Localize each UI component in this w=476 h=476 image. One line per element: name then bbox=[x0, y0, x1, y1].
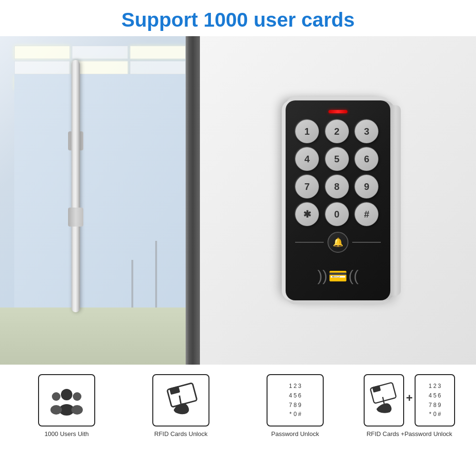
page-header: Support 1000 user cards bbox=[0, 0, 476, 36]
small-key-3: 3 bbox=[298, 382, 301, 390]
ceiling-light bbox=[14, 46, 70, 59]
door-pole bbox=[71, 60, 80, 312]
rfid-area: )) 💳 (( bbox=[298, 258, 378, 293]
svg-point-2 bbox=[52, 392, 60, 401]
key-0: 0 bbox=[325, 202, 349, 226]
bell-button: 🔔 bbox=[327, 232, 348, 253]
feature-combined-label: RFID Cards +Password Unlock bbox=[367, 430, 452, 437]
rfid-svg bbox=[159, 379, 202, 422]
access-control-device: 1 2 3 4 5 6 7 8 9 ✱ 0 # 🔔 )) bbox=[286, 100, 390, 300]
c-key-3: 3 bbox=[438, 382, 441, 390]
svg-point-4 bbox=[73, 392, 81, 401]
svg-point-0 bbox=[61, 389, 72, 400]
key-1: 1 bbox=[295, 119, 319, 143]
pole-bracket-bottom bbox=[68, 208, 83, 227]
users-svg bbox=[48, 385, 86, 416]
rfid-wave-right: (( bbox=[348, 267, 358, 285]
office-wall bbox=[14, 74, 186, 307]
c-key-star: * bbox=[428, 410, 432, 418]
feature-users-label: 1000 Users Uith bbox=[44, 430, 89, 437]
rfid-card-icon: 💳 bbox=[328, 267, 347, 285]
office-background bbox=[0, 36, 186, 365]
c-key-9: 9 bbox=[438, 401, 441, 409]
rfid-wave-left: )) bbox=[317, 267, 327, 285]
combined-boxes: + 1 2 3 4 5 6 7 8 9 * 0 # bbox=[364, 374, 455, 426]
plus-icon: + bbox=[406, 391, 413, 405]
led-indicator bbox=[328, 110, 347, 113]
ceiling-tile-3 bbox=[130, 61, 186, 74]
feature-password: 1 2 3 4 5 6 7 8 9 * 0 # Password Unlock bbox=[243, 374, 347, 437]
keypad: 1 2 3 4 5 6 7 8 9 ✱ 0 # bbox=[295, 119, 381, 226]
users-icon-group bbox=[48, 385, 86, 416]
small-key-8: 8 bbox=[294, 401, 297, 409]
small-key-hash: # bbox=[298, 410, 301, 418]
ceiling-light-3 bbox=[72, 61, 128, 74]
feature-rfid-box bbox=[152, 374, 209, 426]
feature-users: 1000 Users Uith bbox=[14, 374, 119, 437]
small-key-7: 7 bbox=[289, 401, 292, 409]
divider-strip bbox=[186, 36, 200, 365]
c-key-6: 6 bbox=[438, 392, 441, 400]
svg-rect-10 bbox=[372, 385, 381, 393]
features-section: 1000 Users Uith RFID Cards Unlock 1 2 3 … bbox=[0, 365, 476, 465]
bell-line-right bbox=[352, 242, 381, 243]
small-key-1: 1 bbox=[289, 382, 292, 390]
key-9: 9 bbox=[355, 175, 378, 198]
small-key-4: 4 bbox=[289, 392, 292, 400]
c-key-8: 8 bbox=[433, 401, 436, 409]
combined-rfid-svg bbox=[366, 381, 402, 419]
c-key-1: 1 bbox=[428, 382, 432, 390]
small-key-star: * bbox=[289, 410, 292, 418]
key-3: 3 bbox=[355, 119, 378, 143]
svg-point-5 bbox=[71, 405, 83, 415]
small-key-5: 5 bbox=[294, 392, 297, 400]
ceiling-tile bbox=[72, 46, 128, 59]
feature-combined: + 1 2 3 4 5 6 7 8 9 * 0 # RFID Cards +P bbox=[357, 374, 462, 437]
feature-combined-rfid-box bbox=[364, 374, 404, 426]
feature-rfid: RFID Cards Unlock bbox=[129, 374, 233, 437]
key-star: ✱ bbox=[295, 202, 319, 226]
main-image-area: 1 2 3 4 5 6 7 8 9 ✱ 0 # 🔔 )) bbox=[0, 36, 476, 365]
small-key-9: 9 bbox=[298, 401, 301, 409]
key-5: 5 bbox=[325, 147, 349, 171]
combined-keypad-small: 1 2 3 4 5 6 7 8 9 * 0 # bbox=[425, 378, 445, 422]
key-7: 7 bbox=[295, 175, 319, 198]
svg-line-11 bbox=[383, 397, 384, 404]
key-2: 2 bbox=[325, 119, 349, 143]
c-key-hash: # bbox=[438, 410, 441, 418]
key-6: 6 bbox=[355, 147, 378, 171]
svg-point-3 bbox=[50, 405, 62, 415]
page-title: Support 1000 user cards bbox=[0, 9, 476, 31]
wall-background: 1 2 3 4 5 6 7 8 9 ✱ 0 # 🔔 )) bbox=[200, 36, 476, 365]
bell-line-left bbox=[295, 242, 324, 243]
key-8: 8 bbox=[325, 175, 349, 198]
key-hash: # bbox=[355, 202, 378, 226]
ceiling-tile-2 bbox=[14, 61, 70, 74]
svg-rect-7 bbox=[169, 386, 180, 395]
feature-users-box bbox=[38, 374, 95, 426]
feature-rfid-label: RFID Cards Unlock bbox=[154, 430, 208, 437]
c-key-4: 4 bbox=[428, 392, 432, 400]
c-key-7: 7 bbox=[428, 401, 432, 409]
feature-password-box: 1 2 3 4 5 6 7 8 9 * 0 # bbox=[267, 374, 324, 426]
c-key-2: 2 bbox=[433, 382, 436, 390]
feature-combined-keypad-box: 1 2 3 4 5 6 7 8 9 * 0 # bbox=[415, 374, 455, 426]
ceiling-light-2 bbox=[130, 46, 186, 59]
bell-row: 🔔 bbox=[295, 232, 381, 253]
key-4: 4 bbox=[295, 147, 319, 171]
c-key-0: 0 bbox=[433, 410, 436, 418]
small-key-2: 2 bbox=[294, 382, 297, 390]
small-key-6: 6 bbox=[298, 392, 301, 400]
small-key-0: 0 bbox=[294, 410, 297, 418]
password-keypad-small: 1 2 3 4 5 6 7 8 9 * 0 # bbox=[285, 378, 305, 422]
feature-password-label: Password Unlock bbox=[271, 430, 319, 437]
svg-line-8 bbox=[179, 396, 181, 404]
office-floor bbox=[0, 307, 186, 365]
c-key-5: 5 bbox=[433, 392, 436, 400]
